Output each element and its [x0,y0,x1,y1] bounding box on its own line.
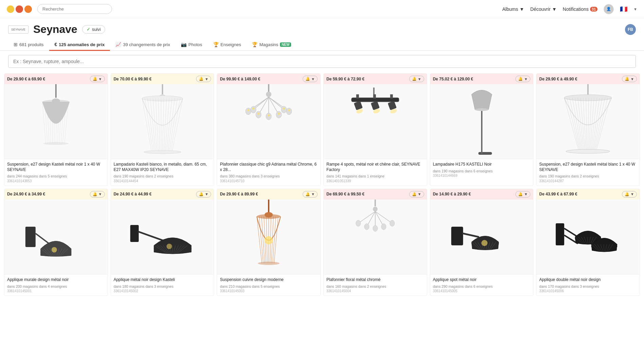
price-bar: De 14.90 € à 29.90 € 🔔 ▼ [430,189,533,200]
language-flag[interactable]: 🇫🇷 [620,5,627,13]
top-nav: Albums ▼ Découvrir ▼ Notifications 31 👤 … [0,0,644,18]
product-info: Plafonnier floral métal chromé dans 160 … [324,274,427,296]
alert-button[interactable]: 🔔 ▼ [515,76,530,82]
svg-line-20 [145,98,153,152]
tab-label-photos: Photos [188,42,202,47]
alert-button[interactable]: 🔔 ▼ [196,191,211,198]
product-card[interactable]: De 24.90 € à 34.99 € 🔔 ▼ Applique murale… [4,189,108,296]
product-image [430,84,533,159]
price-range: De 24.90 € à 34.99 € [7,192,45,196]
product-card[interactable]: De 75.02 € à 129.00 € 🔔 ▼ Lampadaire H17… [430,73,534,186]
tab-changes[interactable]: 📈 39 changements de prix [110,39,175,51]
product-card[interactable]: De 29.90 € à 49.90 € 🔔 ▼ Suspension, e27… [536,73,640,186]
product-card[interactable]: De 14.90 € à 29.90 € 🔔 ▼ Applique spot m… [430,189,534,296]
product-info: Lampadario Kasteli bianco, in metallo, d… [111,159,214,186]
price-range: De 29.90 € à 49.90 € [539,77,577,81]
tab-enseignes[interactable]: 🏆 Enseignes [208,39,247,51]
decouvrir-link[interactable]: Découvrir ▼ [530,6,557,12]
product-ref: 3361410145002 [114,289,211,293]
search-input[interactable] [37,4,112,14]
alert-button[interactable]: 🔔 ▼ [409,191,424,198]
svg-rect-60 [356,94,359,98]
product-info: Applique spot métal noir dans 290 magasi… [430,274,533,296]
product-ref: 3361410145004 [326,289,424,293]
product-name: Plafonnier classique chic g9 Adriana mét… [220,162,318,172]
alert-button[interactable]: 🔔 ▼ [515,191,530,198]
alert-button[interactable]: 🔔 ▼ [90,76,105,82]
svg-point-147 [364,224,369,230]
price-range: De 29.90 € à 89.99 € [220,192,258,196]
alert-button[interactable]: 🔔 ▼ [90,191,105,198]
price-range: De 24.90 € à 44.99 € [114,192,152,196]
albums-link[interactable]: Albums ▼ [502,6,524,12]
product-info: Suspension, e27 design Kasteli métal noi… [4,159,108,186]
alert-button[interactable]: 🔔 ▼ [303,191,318,198]
product-image [324,200,427,274]
dropdown-icon: ▼ [630,77,634,81]
filter-search-wrap [0,51,644,72]
svg-rect-16 [162,84,163,94]
language-dropdown-icon[interactable]: ▼ [633,7,637,11]
tab-label-products: 681 produits [19,42,44,47]
svg-line-79 [575,98,583,151]
tabs-bar: ⊞ 681 produits € 125 anomalies de prix 📈… [0,36,644,51]
price-bar: De 99.90 € à 149.00 € 🔔 ▼ [217,74,320,84]
product-name: Suspension, e27 design Kasteli métal bla… [539,162,637,172]
price-bar: De 29.90 € à 49.90 € 🔔 ▼ [536,74,640,84]
alert-button[interactable]: 🔔 ▼ [303,76,318,82]
nav-right: Albums ▼ Découvrir ▼ Notifications 31 👤 … [502,4,637,14]
product-grid: De 29.90 € à 69.90 € 🔔 ▼ Suspension, e27… [0,72,644,297]
product-ref: 3361410143853 [7,179,105,183]
dropdown-icon: ▼ [418,192,421,196]
svg-point-146 [356,220,361,226]
product-card[interactable]: De 69.90 € à 99.50 € 🔔 ▼ Plafonnier flor… [323,189,427,296]
svg-line-141 [358,211,375,223]
price-bar: De 75.02 € à 129.00 € 🔔 ▼ [430,74,533,84]
svg-line-95 [36,233,49,244]
tab-label-enseignes: Enseignes [221,42,241,47]
product-card[interactable]: De 43.99 € à 67.99 € 🔔 ▼ Appli [536,189,640,296]
filter-search-input[interactable] [8,55,636,68]
tab-anomalies[interactable]: € 125 anomalies de prix [49,39,110,51]
bell-icon: 🔔 [199,192,204,196]
product-info: Suspension, e27 design Kasteli métal bla… [536,159,640,186]
product-card[interactable]: De 70.00 € à 99.90 € 🔔 ▼ Lampadario Kast… [111,73,214,186]
tab-icon-anomalies: € [55,42,57,47]
dropdown-icon: ▼ [418,77,421,81]
price-range: De 59.90 € à 72.90 € [326,77,364,81]
tab-products[interactable]: ⊞ 681 produits [8,39,49,51]
product-image [324,84,427,159]
svg-point-2 [42,100,70,104]
product-card[interactable]: De 29.90 € à 69.90 € 🔔 ▼ Suspension, e27… [4,73,108,186]
product-image [217,200,320,274]
brand-logo: SEYNAVE [8,25,29,34]
notifications-link[interactable]: Notifications 31 [563,6,598,12]
product-info: Applique double métal noir design dans 1… [536,274,640,296]
price-range: De 29.90 € à 69.90 € [7,77,45,81]
alert-button[interactable]: 🔔 ▼ [622,191,637,198]
svg-rect-73 [587,84,589,96]
follow-button[interactable]: ✓ suivi [82,25,105,34]
alert-button[interactable]: 🔔 ▼ [196,76,211,82]
price-bar: De 29.90 € à 69.90 € 🔔 ▼ [4,74,108,84]
tab-photos[interactable]: 📷 Photos [175,39,207,51]
svg-line-165 [564,228,578,237]
logo[interactable] [7,5,32,13]
product-name: Lampadario Kasteli bianco, in metallo, d… [114,162,211,172]
svg-line-76 [567,98,580,151]
alert-button[interactable]: 🔔 ▼ [622,76,637,82]
product-name: Applique murale design métal noir [7,277,105,283]
product-ref: 3361410145005 [433,289,531,293]
product-card[interactable]: De 24.90 € à 44.99 € 🔔 ▼ Applique métal … [111,189,214,296]
alert-button[interactable]: 🔔 ▼ [409,76,424,82]
price-bar: De 29.90 € à 89.99 € 🔔 ▼ [217,189,320,200]
svg-point-140 [373,207,378,211]
tab-magasins[interactable]: 🏆 Magasins NEW [246,39,297,51]
svg-line-142 [375,211,392,223]
tab-icon-products: ⊞ [14,42,18,47]
product-card[interactable]: De 29.90 € à 89.99 € 🔔 ▼ Suspension cuiv… [217,189,321,296]
product-name: Applique métal noir design Kasteli [114,277,211,283]
product-card[interactable]: De 99.90 € à 149.00 € 🔔 ▼ Plafonnier cl [217,73,321,186]
user-avatar[interactable]: 👤 [604,4,614,14]
product-card[interactable]: De 59.90 € à 72.90 € 🔔 ▼ [323,73,427,186]
